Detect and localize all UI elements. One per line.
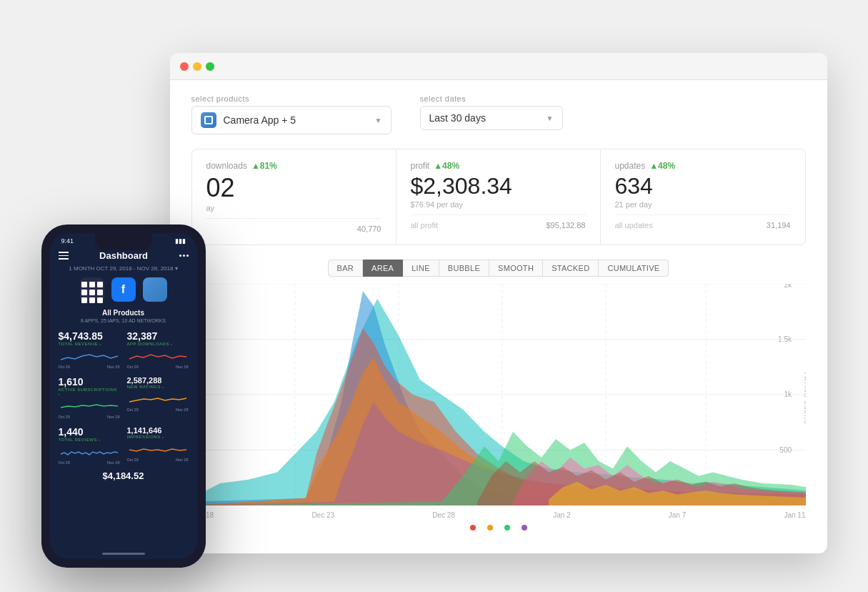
profit-footer-value: $95,132.88 — [546, 221, 585, 230]
phone-app-blue[interactable] — [143, 277, 167, 302]
phone-date-range[interactable]: 1 MONTH OCT 29, 2018 - NOV 28, 2018 ▾ — [59, 265, 189, 272]
profit-stat-card: profit ▲48% $2,308.34 $76.94 per day all… — [396, 149, 601, 245]
x-label-jan11: Jan 11 — [784, 511, 805, 519]
stats-row: downloads ▲81% 02 ay 40,770 profit ▲48% — [191, 149, 806, 245]
phone-metric-revenue-label[interactable]: TOTAL REVENUE › — [59, 342, 120, 346]
phone-section-sub: 8 APPS, 25 IAPS, 10 AD NETWORKS — [59, 318, 189, 323]
app-icon-inner — [204, 116, 213, 124]
chart-btn-cumulative[interactable]: CUMULATIVE — [599, 260, 669, 277]
phone-mini-chart-ratings — [127, 392, 189, 406]
chart-btn-smooth[interactable]: SMOOTH — [489, 260, 543, 277]
legend-item-1 — [470, 525, 476, 531]
mobile-phone: 9:41 ▮▮▮ Dashboard 1 MONTH OCT 29, 2018 … — [41, 225, 206, 568]
chart-legend — [191, 525, 806, 531]
legend-item-2 — [487, 525, 493, 531]
phone-metric-impressions-label[interactable]: IMPRESSIONS › — [127, 435, 189, 439]
minimize-button[interactable] — [193, 62, 201, 71]
phone-metric-ratings-value: 2,587,288 — [127, 376, 189, 385]
profit-header: profit ▲48% — [411, 161, 586, 171]
phone-date-labels-ratings: Oct 29Nov 28 — [127, 408, 189, 412]
phone-more-menu[interactable] — [179, 255, 189, 257]
downloads-change: ▲81% — [251, 161, 277, 171]
phone-mini-chart-revenue — [59, 349, 120, 363]
phone-apps: f — [59, 277, 189, 302]
legend-dot-orange — [487, 525, 493, 531]
phone-date-labels-subscriptions: Oct 29Nov 28 — [59, 415, 120, 419]
chart-btn-stacked[interactable]: STACKED — [543, 260, 599, 277]
phone-metric-reviews-label[interactable]: TOTAL REVIEWS › — [59, 438, 120, 442]
phone-metric-downloads: 32,387 APP DOWNLOADS › Oct 29Nov 28 — [127, 330, 189, 369]
selectors-row: select products Camera App + 5 ▼ select … — [191, 94, 806, 134]
traffic-lights — [180, 62, 214, 71]
x-label-dec23: Dec 23 — [311, 511, 334, 519]
dates-dropdown[interactable]: Last 30 days ▼ — [420, 106, 563, 130]
close-button[interactable] — [180, 62, 189, 71]
downloads-footer-value: 40,770 — [357, 225, 381, 233]
profit-footer: all profit $95,132.88 — [411, 214, 586, 230]
x-label-jan2: Jan 2 — [553, 511, 570, 519]
legend-dot-red — [470, 525, 476, 531]
products-value: Camera App + 5 — [224, 114, 368, 126]
x-label-dec28: Dec 28 — [432, 511, 455, 519]
phone-mini-chart-subscriptions — [59, 399, 120, 413]
updates-change: ▲48% — [649, 161, 675, 171]
chart-btn-bubble[interactable]: BUBBLE — [439, 260, 489, 277]
maximize-button[interactable] — [206, 62, 214, 71]
phone-metric-revenue-value: $4,743.85 — [59, 330, 120, 342]
svg-text:500: 500 — [779, 445, 792, 453]
products-label: select products — [191, 94, 391, 103]
downloads-stat-card: downloads ▲81% 02 ay 40,770 — [192, 149, 396, 245]
legend-dot-green — [504, 525, 510, 531]
chart-btn-area[interactable]: AREA — [363, 260, 403, 277]
phone-metric-downloads-label[interactable]: APP DOWNLOADS › — [127, 342, 189, 346]
phone-mini-chart-reviews — [59, 445, 120, 459]
updates-stat-card: updates ▲48% 634 21 per day all updates … — [601, 149, 805, 245]
legend-dot-purple — [522, 525, 527, 531]
chart-btn-bar[interactable]: BAR — [328, 260, 364, 277]
profit-change: ▲48% — [434, 161, 459, 171]
dates-label: select dates — [420, 94, 563, 103]
phone-content: Dashboard 1 MONTH OCT 29, 2018 - NOV 28,… — [50, 245, 197, 490]
phone-battery: ▮▮▮ — [175, 237, 186, 245]
phone-section-title: All Products — [59, 309, 189, 317]
phone-date-labels-reviews: Oct 29Nov 28 — [59, 460, 120, 465]
phone-date-labels-revenue: Oct 29Nov 28 — [59, 365, 120, 369]
chart-btn-line[interactable]: LINE — [403, 260, 439, 277]
updates-name: updates — [615, 161, 646, 171]
svg-text:PAYING USERS: PAYING USERS — [803, 372, 806, 424]
phone-metrics-grid: $4,743.85 TOTAL REVENUE › Oct 29Nov 28 3… — [59, 330, 189, 465]
phone-metric-subscriptions: 1,610 ACTIVE SUBSCRIPTIONS › Oct 29Nov 2… — [59, 376, 120, 419]
products-dropdown[interactable]: Camera App + 5 ▼ — [191, 106, 391, 134]
phone-app-all-products[interactable] — [80, 277, 104, 302]
dates-dropdown-arrow: ▼ — [547, 114, 554, 122]
chart-svg: 2k 1.5k 1k 500 0 PAYING USERS — [191, 284, 806, 505]
products-dropdown-arrow: ▼ — [375, 117, 382, 124]
phone-app-facebook[interactable]: f — [111, 277, 136, 302]
phone-metric-downloads-value: 32,387 — [127, 330, 189, 342]
phone-title: Dashboard — [99, 250, 148, 261]
chart-type-buttons: BAR AREA LINE BUBBLE SMOOTH STACKED CUMU… — [191, 260, 806, 277]
profit-footer-label: all profit — [411, 221, 439, 230]
x-axis-labels: Dec 18 Dec 23 Dec 28 Jan 2 Jan 7 Jan 11 — [191, 508, 806, 519]
downloads-footer: 40,770 — [206, 218, 381, 233]
phone-home-indicator — [102, 553, 145, 555]
phone-mini-chart-impressions — [127, 442, 189, 456]
chart-area: BAR AREA LINE BUBBLE SMOOTH STACKED CUMU… — [191, 260, 806, 517]
updates-footer: all updates 31,194 — [615, 214, 791, 230]
phone-metric-ratings-label[interactable]: NEW RATINGS › — [127, 385, 189, 389]
dates-value: Last 30 days — [429, 112, 539, 124]
window-titlebar — [170, 53, 827, 80]
updates-footer-value: 31,194 — [767, 221, 791, 230]
downloads-value: 02 — [206, 174, 381, 202]
legend-item-3 — [504, 525, 510, 531]
downloads-header: downloads ▲81% — [206, 161, 381, 171]
hamburger-menu[interactable] — [59, 252, 69, 260]
downloads-name: downloads — [206, 161, 247, 171]
phone-total: $4,184.52 — [59, 470, 189, 481]
phone-metric-subscriptions-label[interactable]: ACTIVE SUBSCRIPTIONS › — [59, 388, 120, 396]
products-selector-group: select products Camera App + 5 ▼ — [191, 94, 391, 134]
updates-footer-label: all updates — [615, 221, 653, 230]
svg-text:1k: 1k — [784, 390, 792, 398]
scene: select products Camera App + 5 ▼ select … — [41, 24, 827, 568]
legend-item-4 — [522, 525, 527, 531]
